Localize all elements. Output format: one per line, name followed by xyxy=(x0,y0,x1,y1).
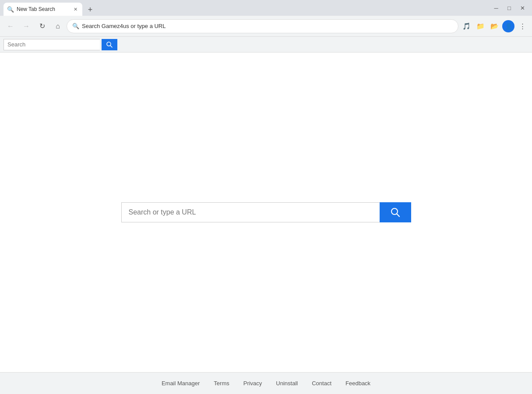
footer-privacy-link[interactable]: Privacy xyxy=(243,380,262,387)
maximize-button[interactable]: □ xyxy=(503,2,515,14)
window-controls: ─ □ ✕ xyxy=(486,2,532,14)
forward-button[interactable]: → xyxy=(19,19,33,33)
minimize-button[interactable]: ─ xyxy=(490,2,502,14)
footer: Email Manager Terms Privacy Uninstall Co… xyxy=(0,372,532,394)
footer-feedback-link[interactable]: Feedback xyxy=(345,380,370,387)
profile-button[interactable]: 👤 xyxy=(502,20,514,32)
tab-strip: 🔍 New Tab Search ✕ + xyxy=(0,3,486,16)
tab-close-button[interactable]: ✕ xyxy=(72,6,79,13)
address-bar[interactable]: 🔍 xyxy=(67,19,458,33)
center-search-button[interactable] xyxy=(380,202,411,222)
main-content xyxy=(0,53,532,372)
toolbar-search-input[interactable] xyxy=(4,39,100,50)
svg-line-3 xyxy=(397,214,399,217)
center-search-icon xyxy=(391,208,400,217)
tab-title: New Tab Search xyxy=(17,6,69,12)
footer-terms-link[interactable]: Terms xyxy=(214,380,229,387)
svg-line-1 xyxy=(110,46,112,47)
address-search-icon: 🔍 xyxy=(72,23,79,29)
active-tab[interactable]: 🔍 New Tab Search ✕ xyxy=(4,3,82,16)
toolbar-search-icon xyxy=(106,42,113,48)
music-extension-button[interactable]: 🎵 xyxy=(460,20,472,32)
close-button[interactable]: ✕ xyxy=(516,2,528,14)
center-search-input[interactable] xyxy=(121,202,380,222)
menu-button[interactable]: ⋮ xyxy=(516,20,528,32)
nav-bar: ← → ↻ ⌂ 🔍 🎵 📁 📂 👤 ⋮ xyxy=(0,16,532,37)
footer-uninstall-link[interactable]: Uninstall xyxy=(276,380,298,387)
tab-search-icon: 🔍 xyxy=(7,6,14,13)
refresh-button[interactable]: ↻ xyxy=(35,19,49,33)
center-search-area xyxy=(121,202,411,222)
new-tab-button[interactable]: + xyxy=(84,4,96,16)
back-button[interactable]: ← xyxy=(4,19,18,33)
title-bar: 🔍 New Tab Search ✕ + ─ □ ✕ xyxy=(0,0,532,16)
address-input[interactable] xyxy=(82,23,453,29)
footer-contact-link[interactable]: Contact xyxy=(312,380,331,387)
toolbar-search-button[interactable] xyxy=(102,39,117,50)
folder1-extension-button[interactable]: 📁 xyxy=(474,20,486,32)
toolbar xyxy=(0,37,532,53)
home-button[interactable]: ⌂ xyxy=(51,19,65,33)
footer-email-manager-link[interactable]: Email Manager xyxy=(162,380,200,387)
folder2-extension-button[interactable]: 📂 xyxy=(488,20,500,32)
browser-frame: 🔍 New Tab Search ✕ + ─ □ ✕ ← → ↻ ⌂ 🔍 🎵 📁… xyxy=(0,0,532,394)
nav-extensions: 🎵 📁 📂 👤 ⋮ xyxy=(460,20,528,32)
